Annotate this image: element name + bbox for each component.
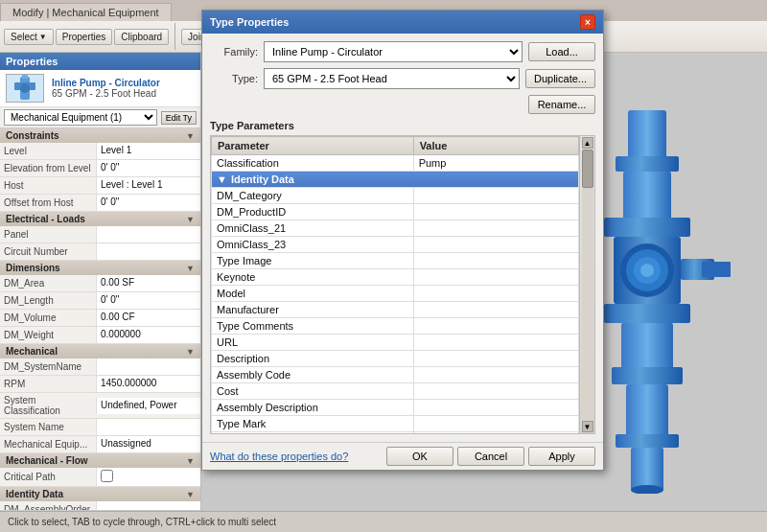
section-dimensions[interactable]: Dimensions ▼ [0,261,200,275]
family-label: Family: [210,46,258,58]
param-value [413,335,578,351]
param-name: OmniClass_23 [212,237,414,253]
param-name: Cost [212,383,414,400]
table-row: Manufacturer [212,302,579,318]
prop-dm-area: DM_Area 0.00 SF [0,275,200,292]
scrollbar[interactable]: ▲ ▼ [579,136,594,433]
table-row: ▼Identity Data [212,172,579,188]
section-mech-flow[interactable]: Mechanical - Flow ▼ [0,453,200,468]
section-label: Identity Data [231,173,294,185]
param-value [413,383,578,400]
dialog-footer: What do these properties do? OK Cancel A… [202,442,603,470]
svg-rect-19 [616,434,679,448]
tab-modify[interactable]: Modify | Mechanical Equipment [0,3,172,21]
svg-point-12 [640,264,654,277]
dialog-title: Type Properties [210,16,289,28]
param-name: Type Comments [212,318,414,335]
apply-dialog-button[interactable]: Apply [528,447,595,466]
family-select[interactable]: Inline Pump - Circulator [264,41,523,62]
param-name: DM_ProductID [212,204,414,220]
table-scroll[interactable]: Parameter Value ClassificationPump▼Ident… [211,136,579,433]
svg-rect-6 [623,172,671,224]
cancel-button[interactable]: Cancel [457,447,524,466]
item-icon [6,74,44,103]
table-row: Type Comments [212,318,579,335]
scroll-up[interactable]: ▲ [582,137,593,149]
param-name: Keynote [212,269,414,286]
param-name: Assembly Code [212,367,414,383]
param-value: Pump [413,155,578,172]
table-row: DM_Category [212,188,579,204]
param-value [413,351,578,367]
duplicate-button[interactable]: Duplicate... [525,69,595,88]
prop-mech-equip: Mechanical Equip... Unassigned [0,436,200,453]
ok-button[interactable]: OK [386,447,453,466]
param-value [413,269,578,286]
table-row: DM_ProductID [212,204,579,220]
param-value [413,400,578,416]
prop-level: Level Level 1 [0,143,200,160]
scroll-track [582,150,593,420]
table-row: Description [212,351,579,367]
table-row: Keynote [212,269,579,286]
critical-path-checkbox[interactable] [101,470,113,482]
param-value: 23.60.30.21 [413,432,578,434]
section-electrical[interactable]: Electrical - Loads ▼ [0,212,200,226]
section-expand-icon[interactable]: ▼ [217,173,227,185]
dialog-close-button[interactable]: × [580,14,595,30]
select-button[interactable]: Select ▼ [4,29,54,45]
dialog-body: Family: Inline Pump - Circulator Load...… [202,34,603,442]
section-identity[interactable]: Identity Data ▼ [0,487,200,501]
properties-button[interactable]: Properties [56,29,113,45]
prop-panel: Panel [0,226,200,243]
mech-dropdown: Mechanical Equipment (1) Edit Ty [0,107,200,128]
clipboard-button[interactable]: Clipboard [114,29,169,45]
load-button[interactable]: Load... [528,42,595,61]
scroll-down[interactable]: ▼ [582,421,593,432]
type-label: Type: [210,73,258,84]
svg-rect-14 [702,262,731,277]
prop-critical-path: Critical Path [0,468,200,487]
svg-rect-20 [631,448,663,491]
type-params-header: Type Parameters [210,120,595,131]
prop-dm-volume: DM_Volume 0.00 CF [0,310,200,327]
param-name: Classification [212,155,414,172]
param-value [413,237,578,253]
prop-circuit: Circuit Number [0,243,200,261]
mech-dropdown-select[interactable]: Mechanical Equipment (1) [4,109,157,126]
type-select[interactable]: 65 GPM - 2.5 Foot Head [264,68,520,89]
param-name: Description [212,351,414,367]
table-row: URL [212,335,579,351]
section-toggle-identity: ▼ [186,490,195,499]
col-parameter: Parameter [212,137,414,155]
status-bar: Click to select, TAB to cycle through, C… [0,511,767,532]
section-mechanical[interactable]: Mechanical ▼ [0,344,200,359]
table-row: Model [212,286,579,302]
param-name: URL [212,335,414,351]
table-row: Cost [212,383,579,400]
param-name: Assembly Description [212,400,414,416]
panel-header: Properties [0,53,200,70]
section-toggle-mech: ▼ [186,347,195,357]
type-properties-dialog: Type Properties × Family: Inline Pump - … [201,10,604,471]
prop-system-name: DM_SystemName [0,359,200,376]
param-value [413,367,578,383]
rename-button[interactable]: Rename... [528,95,595,114]
param-value [413,318,578,335]
help-link[interactable]: What do these properties do? [210,451,348,462]
separator [174,23,175,50]
rename-row: Rename... [210,95,595,114]
footer-buttons: OK Cancel Apply [386,447,595,466]
param-value [413,253,578,269]
param-name: Type Image [212,253,414,269]
section-toggle-constraints: ▼ [186,131,195,141]
table-row: Type Image [212,253,579,269]
scroll-thumb[interactable] [582,150,593,188]
properties-panel: Properties Inline Pump - Circulator 65 G… [0,53,201,532]
param-name: DM_Category [212,188,414,204]
svg-point-2 [20,83,30,93]
edit-type-button[interactable]: Edit Ty [161,111,197,125]
item-name: Inline Pump - Circulator [52,78,160,88]
table-row: Assembly Code [212,367,579,383]
section-constraints[interactable]: Constraints ▼ [0,128,200,143]
